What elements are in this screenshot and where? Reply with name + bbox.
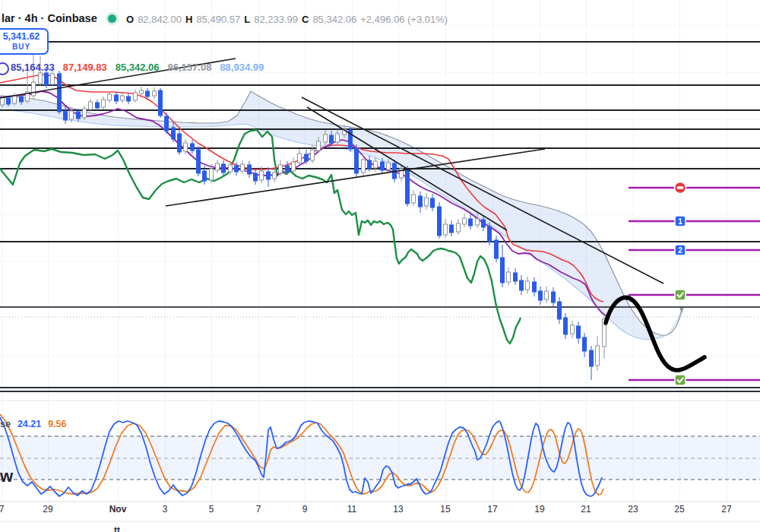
buy-label: BUY <box>0 43 47 51</box>
date-label: 13 <box>393 504 403 515</box>
date-label: 21 <box>581 504 591 515</box>
buy-button[interactable]: 5,341.62 BUY <box>0 28 49 55</box>
ray-badge-check-icon[interactable] <box>675 290 686 300</box>
tradingview-chart-window: 12 lar · 4h · Coinbase O82,842.00H85,490… <box>0 0 760 532</box>
date-label: 5 <box>209 504 214 515</box>
watermark-fragment: tt <box>114 525 120 532</box>
legend-value: 82,233.99 <box>254 14 298 25</box>
date-label: 7 <box>0 504 4 515</box>
ohlc-readout: O82,842.00H85,490.57L82,233.99C85,342.06… <box>126 14 448 25</box>
symbol-header[interactable]: lar · 4h · Coinbase <box>2 12 116 24</box>
date-label: 27 <box>721 504 731 515</box>
legend-value: 85,342.06 <box>116 62 160 73</box>
ray-badge-2-icon[interactable]: 2 <box>675 245 686 255</box>
ray-badge-check-icon[interactable] <box>675 375 686 385</box>
legend-value: 9.56 <box>48 419 66 429</box>
legend-value: H <box>185 14 192 25</box>
stochastic-legend: se24.219.56 <box>0 419 67 429</box>
date-label: 7 <box>256 504 261 515</box>
date-label: 9 <box>302 504 308 515</box>
legend-value: 24.21 <box>17 419 41 429</box>
legend-value: 88,934.99 <box>220 62 264 73</box>
ray-badge-minus-icon[interactable] <box>675 182 686 194</box>
ichimoku-legend: 85,164.3387,149.8385,342.0686,157.0888,9… <box>11 62 264 73</box>
date-label: 29 <box>43 504 52 515</box>
symbol-title: lar · 4h · Coinbase <box>2 12 97 24</box>
date-label: Nov <box>109 504 127 515</box>
legend-value: 86,157.08 <box>168 62 212 73</box>
legend-value: se <box>0 419 11 429</box>
legend-value: 85,490.57 <box>196 14 240 25</box>
legend-value: 87,149.83 <box>63 62 107 73</box>
date-label: 11 <box>347 504 356 515</box>
watermark-letter: w <box>0 467 13 486</box>
legend-value: 85,342.06 <box>312 14 356 25</box>
legend-value: O <box>126 14 134 25</box>
date-label: 3 <box>163 504 168 515</box>
date-label: 15 <box>440 504 450 515</box>
date-label: 17 <box>487 504 497 515</box>
buy-price: 5,341.62 <box>0 32 47 42</box>
legend-value: C <box>302 14 309 25</box>
date-label: 19 <box>534 504 544 515</box>
legend-value: L <box>244 14 250 25</box>
date-label: 23 <box>628 504 638 515</box>
ray-badge-1-icon[interactable]: 1 <box>675 216 686 226</box>
chart-canvas[interactable]: 12 <box>0 0 760 532</box>
legend-value: +2,496.06 (+3.01%) <box>360 14 448 25</box>
svg-text:1: 1 <box>678 217 682 226</box>
date-axis[interactable]: 729Nov3579111315171921232527 <box>0 504 760 519</box>
legend-value: 85,164.33 <box>11 62 55 73</box>
legend-value: 82,842.00 <box>138 14 182 25</box>
market-status-icon[interactable] <box>108 14 116 23</box>
svg-text:2: 2 <box>678 246 682 255</box>
date-label: 25 <box>674 504 684 515</box>
